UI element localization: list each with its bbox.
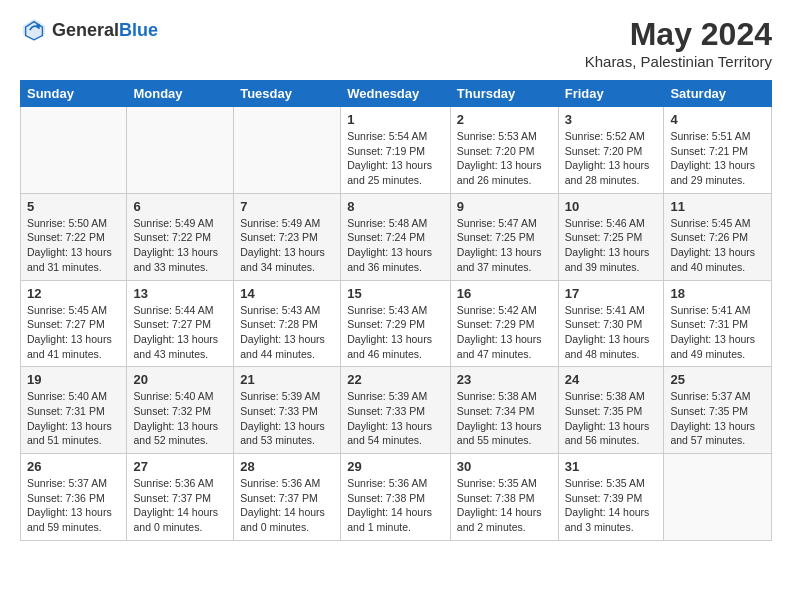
- day-info: Sunrise: 5:54 AM Sunset: 7:19 PM Dayligh…: [347, 129, 444, 188]
- day-info: Sunrise: 5:35 AM Sunset: 7:39 PM Dayligh…: [565, 476, 658, 535]
- day-info: Sunrise: 5:46 AM Sunset: 7:25 PM Dayligh…: [565, 216, 658, 275]
- day-info: Sunrise: 5:44 AM Sunset: 7:27 PM Dayligh…: [133, 303, 227, 362]
- table-cell: 16Sunrise: 5:42 AM Sunset: 7:29 PM Dayli…: [450, 280, 558, 367]
- day-info: Sunrise: 5:45 AM Sunset: 7:26 PM Dayligh…: [670, 216, 765, 275]
- table-cell: 6Sunrise: 5:49 AM Sunset: 7:22 PM Daylig…: [127, 193, 234, 280]
- logo-text: GeneralBlue: [52, 20, 158, 41]
- day-number: 6: [133, 199, 227, 214]
- day-number: 2: [457, 112, 552, 127]
- table-cell: 23Sunrise: 5:38 AM Sunset: 7:34 PM Dayli…: [450, 367, 558, 454]
- table-cell: 4Sunrise: 5:51 AM Sunset: 7:21 PM Daylig…: [664, 107, 772, 194]
- day-info: Sunrise: 5:40 AM Sunset: 7:31 PM Dayligh…: [27, 389, 120, 448]
- logo-general: General: [52, 20, 119, 40]
- day-number: 24: [565, 372, 658, 387]
- week-row-2: 5Sunrise: 5:50 AM Sunset: 7:22 PM Daylig…: [21, 193, 772, 280]
- table-cell: 10Sunrise: 5:46 AM Sunset: 7:25 PM Dayli…: [558, 193, 664, 280]
- day-number: 29: [347, 459, 444, 474]
- day-number: 7: [240, 199, 334, 214]
- title-month: May 2024: [585, 16, 772, 53]
- day-info: Sunrise: 5:41 AM Sunset: 7:30 PM Dayligh…: [565, 303, 658, 362]
- col-friday: Friday: [558, 81, 664, 107]
- table-cell: [664, 454, 772, 541]
- day-number: 28: [240, 459, 334, 474]
- day-number: 19: [27, 372, 120, 387]
- week-row-1: 1Sunrise: 5:54 AM Sunset: 7:19 PM Daylig…: [21, 107, 772, 194]
- day-info: Sunrise: 5:36 AM Sunset: 7:37 PM Dayligh…: [240, 476, 334, 535]
- table-cell: 12Sunrise: 5:45 AM Sunset: 7:27 PM Dayli…: [21, 280, 127, 367]
- table-cell: 2Sunrise: 5:53 AM Sunset: 7:20 PM Daylig…: [450, 107, 558, 194]
- title-location: Kharas, Palestinian Territory: [585, 53, 772, 70]
- day-info: Sunrise: 5:35 AM Sunset: 7:38 PM Dayligh…: [457, 476, 552, 535]
- page: GeneralBlue May 2024 Kharas, Palestinian…: [0, 0, 792, 557]
- week-row-3: 12Sunrise: 5:45 AM Sunset: 7:27 PM Dayli…: [21, 280, 772, 367]
- day-number: 13: [133, 286, 227, 301]
- day-number: 26: [27, 459, 120, 474]
- day-info: Sunrise: 5:40 AM Sunset: 7:32 PM Dayligh…: [133, 389, 227, 448]
- week-row-5: 26Sunrise: 5:37 AM Sunset: 7:36 PM Dayli…: [21, 454, 772, 541]
- day-info: Sunrise: 5:43 AM Sunset: 7:29 PM Dayligh…: [347, 303, 444, 362]
- table-cell: 19Sunrise: 5:40 AM Sunset: 7:31 PM Dayli…: [21, 367, 127, 454]
- day-info: Sunrise: 5:39 AM Sunset: 7:33 PM Dayligh…: [347, 389, 444, 448]
- day-info: Sunrise: 5:37 AM Sunset: 7:36 PM Dayligh…: [27, 476, 120, 535]
- day-info: Sunrise: 5:38 AM Sunset: 7:34 PM Dayligh…: [457, 389, 552, 448]
- table-cell: 20Sunrise: 5:40 AM Sunset: 7:32 PM Dayli…: [127, 367, 234, 454]
- day-info: Sunrise: 5:38 AM Sunset: 7:35 PM Dayligh…: [565, 389, 658, 448]
- day-number: 20: [133, 372, 227, 387]
- header: GeneralBlue May 2024 Kharas, Palestinian…: [20, 16, 772, 70]
- day-info: Sunrise: 5:37 AM Sunset: 7:35 PM Dayligh…: [670, 389, 765, 448]
- table-cell: [21, 107, 127, 194]
- day-number: 27: [133, 459, 227, 474]
- table-cell: [127, 107, 234, 194]
- logo-icon: [20, 16, 48, 44]
- day-number: 23: [457, 372, 552, 387]
- day-info: Sunrise: 5:50 AM Sunset: 7:22 PM Dayligh…: [27, 216, 120, 275]
- week-row-4: 19Sunrise: 5:40 AM Sunset: 7:31 PM Dayli…: [21, 367, 772, 454]
- table-cell: 26Sunrise: 5:37 AM Sunset: 7:36 PM Dayli…: [21, 454, 127, 541]
- day-number: 25: [670, 372, 765, 387]
- day-number: 11: [670, 199, 765, 214]
- table-cell: 30Sunrise: 5:35 AM Sunset: 7:38 PM Dayli…: [450, 454, 558, 541]
- table-cell: 13Sunrise: 5:44 AM Sunset: 7:27 PM Dayli…: [127, 280, 234, 367]
- day-info: Sunrise: 5:42 AM Sunset: 7:29 PM Dayligh…: [457, 303, 552, 362]
- day-number: 18: [670, 286, 765, 301]
- calendar-header-row: Sunday Monday Tuesday Wednesday Thursday…: [21, 81, 772, 107]
- day-info: Sunrise: 5:48 AM Sunset: 7:24 PM Dayligh…: [347, 216, 444, 275]
- table-cell: 3Sunrise: 5:52 AM Sunset: 7:20 PM Daylig…: [558, 107, 664, 194]
- table-cell: 11Sunrise: 5:45 AM Sunset: 7:26 PM Dayli…: [664, 193, 772, 280]
- table-cell: 1Sunrise: 5:54 AM Sunset: 7:19 PM Daylig…: [341, 107, 451, 194]
- table-cell: 9Sunrise: 5:47 AM Sunset: 7:25 PM Daylig…: [450, 193, 558, 280]
- table-cell: 8Sunrise: 5:48 AM Sunset: 7:24 PM Daylig…: [341, 193, 451, 280]
- day-number: 9: [457, 199, 552, 214]
- day-number: 22: [347, 372, 444, 387]
- day-info: Sunrise: 5:41 AM Sunset: 7:31 PM Dayligh…: [670, 303, 765, 362]
- day-info: Sunrise: 5:53 AM Sunset: 7:20 PM Dayligh…: [457, 129, 552, 188]
- title-block: May 2024 Kharas, Palestinian Territory: [585, 16, 772, 70]
- day-info: Sunrise: 5:49 AM Sunset: 7:23 PM Dayligh…: [240, 216, 334, 275]
- logo: GeneralBlue: [20, 16, 158, 44]
- day-number: 31: [565, 459, 658, 474]
- table-cell: 29Sunrise: 5:36 AM Sunset: 7:38 PM Dayli…: [341, 454, 451, 541]
- table-cell: 22Sunrise: 5:39 AM Sunset: 7:33 PM Dayli…: [341, 367, 451, 454]
- col-saturday: Saturday: [664, 81, 772, 107]
- col-thursday: Thursday: [450, 81, 558, 107]
- col-wednesday: Wednesday: [341, 81, 451, 107]
- day-info: Sunrise: 5:36 AM Sunset: 7:37 PM Dayligh…: [133, 476, 227, 535]
- day-number: 1: [347, 112, 444, 127]
- table-cell: 28Sunrise: 5:36 AM Sunset: 7:37 PM Dayli…: [234, 454, 341, 541]
- table-cell: 31Sunrise: 5:35 AM Sunset: 7:39 PM Dayli…: [558, 454, 664, 541]
- day-info: Sunrise: 5:39 AM Sunset: 7:33 PM Dayligh…: [240, 389, 334, 448]
- table-cell: 7Sunrise: 5:49 AM Sunset: 7:23 PM Daylig…: [234, 193, 341, 280]
- logo-blue: Blue: [119, 20, 158, 40]
- day-info: Sunrise: 5:47 AM Sunset: 7:25 PM Dayligh…: [457, 216, 552, 275]
- day-number: 30: [457, 459, 552, 474]
- col-tuesday: Tuesday: [234, 81, 341, 107]
- table-cell: 21Sunrise: 5:39 AM Sunset: 7:33 PM Dayli…: [234, 367, 341, 454]
- table-cell: 17Sunrise: 5:41 AM Sunset: 7:30 PM Dayli…: [558, 280, 664, 367]
- day-number: 16: [457, 286, 552, 301]
- day-number: 3: [565, 112, 658, 127]
- day-info: Sunrise: 5:49 AM Sunset: 7:22 PM Dayligh…: [133, 216, 227, 275]
- day-info: Sunrise: 5:36 AM Sunset: 7:38 PM Dayligh…: [347, 476, 444, 535]
- calendar: Sunday Monday Tuesday Wednesday Thursday…: [20, 80, 772, 541]
- table-cell: 5Sunrise: 5:50 AM Sunset: 7:22 PM Daylig…: [21, 193, 127, 280]
- day-info: Sunrise: 5:51 AM Sunset: 7:21 PM Dayligh…: [670, 129, 765, 188]
